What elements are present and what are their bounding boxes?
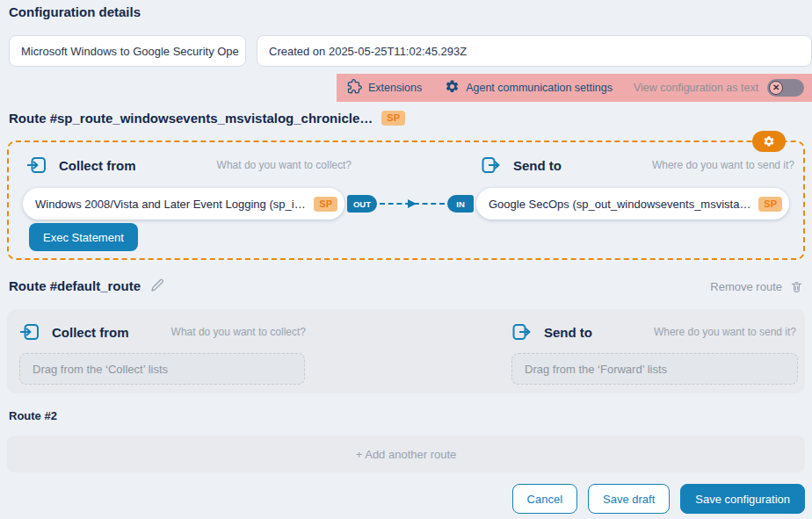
send-to-icon (481, 155, 502, 176)
add-another-route-button[interactable]: + Add another route (7, 436, 805, 472)
gear-icon (763, 135, 775, 148)
connection-dashed-line (380, 203, 445, 205)
forward-dropzone[interactable]: Drag from the ‘Forward’ lists (511, 353, 798, 385)
toggle-off-icon: ✕ (769, 81, 783, 95)
configuration-name-field[interactable]: Microsoft Windows to Google Security Ope (9, 35, 246, 67)
footer-actions: Cancel Save draft Save configuration (512, 484, 805, 514)
out-port-badge: OUT (347, 195, 377, 213)
page-title: Configuration details (9, 4, 141, 19)
save-configuration-button[interactable]: Save configuration (680, 484, 805, 514)
send-to-hint: Where do you want to send it? (654, 326, 796, 338)
cancel-button[interactable]: Cancel (512, 484, 577, 514)
send-to-icon (511, 321, 533, 342)
collect-from-hint: What do you want to collect? (217, 159, 352, 171)
configuration-name-value: Microsoft Windows to Google Security Ope (21, 45, 239, 58)
route-sp-pipeline: Windows 2008/Vista and Later Event Loggi… (23, 188, 789, 220)
collect-from-icon (26, 155, 47, 176)
route-default-card: Collect from What do you want to collect… (7, 309, 805, 393)
route-sp-card: Collect from What do you want to collect… (7, 141, 805, 260)
collect-from-title: Collect from (59, 158, 136, 173)
source-pill[interactable]: Windows 2008/Vista and Later Event Loggi… (23, 188, 344, 220)
route-sp-title: Route #sp_route_windowsevents_msvistalog… (9, 111, 373, 126)
route-default-title: Route #default_route (9, 278, 141, 293)
source-pill-label: Windows 2008/Vista and Later Event Loggi… (35, 198, 307, 211)
view-as-text-toggle[interactable]: ✕ (767, 79, 804, 97)
sp-badge: SP (314, 197, 337, 212)
collect-from-header: Collect from What do you want to collect… (19, 321, 306, 342)
sp-badge: SP (381, 111, 405, 126)
trash-icon (790, 279, 803, 294)
destination-pill-label: Google SecOps (sp_out_windowsevents_msvi… (489, 198, 751, 211)
save-draft-button[interactable]: Save draft (588, 484, 670, 514)
route-default-header: Route #default_route (9, 278, 165, 293)
created-date-value: Created on 2025-05-25T11:02:45.293Z (269, 45, 467, 58)
configuration-page: Configuration details Microsoft Windows … (0, 0, 812, 519)
agent-communication-settings-label: Agent communication settings (466, 82, 613, 94)
collect-dropzone[interactable]: Drag from the ‘Collect’ lists (19, 353, 305, 385)
route-2-title: Route #2 (9, 409, 57, 422)
exec-statement-button[interactable]: Exec Statement (29, 223, 138, 251)
send-to-hint: Where do you want to send it? (652, 159, 794, 171)
send-to-title: Send to (544, 325, 592, 340)
settings-toolbar: Extensions Agent communication settings … (337, 74, 812, 102)
collect-from-hint: What do you want to collect? (171, 326, 306, 338)
edit-pencil-icon[interactable] (149, 278, 165, 293)
collect-from-title: Collect from (52, 325, 129, 340)
destination-pill[interactable]: Google SecOps (sp_out_windowsevents_msvi… (476, 188, 789, 220)
sp-badge: SP (758, 197, 782, 212)
puzzle-icon (347, 79, 362, 97)
collect-from-header: Collect from What do you want to collect… (26, 155, 352, 176)
arrow-right-icon (408, 199, 417, 208)
send-to-header: Send to Where do you want to send it? (481, 155, 794, 176)
remove-route-button[interactable]: Remove route (710, 279, 803, 294)
view-configuration-as-text-label: View configuration as text (634, 82, 758, 94)
send-to-title: Send to (513, 158, 562, 173)
gear-icon (445, 79, 460, 97)
agent-communication-settings-button[interactable]: Agent communication settings (445, 79, 613, 97)
collect-from-icon (19, 321, 40, 342)
route-settings-button[interactable] (752, 131, 786, 152)
remove-route-label: Remove route (710, 280, 782, 293)
created-date-field[interactable]: Created on 2025-05-25T11:02:45.293Z (257, 35, 812, 67)
in-port-badge: IN (447, 195, 474, 213)
route-sp-header: Route #sp_route_windowsevents_msvistalog… (9, 111, 405, 126)
extensions-button[interactable]: Extensions (347, 79, 422, 97)
extensions-label: Extensions (368, 82, 422, 94)
send-to-header: Send to Where do you want to send it? (511, 321, 796, 342)
